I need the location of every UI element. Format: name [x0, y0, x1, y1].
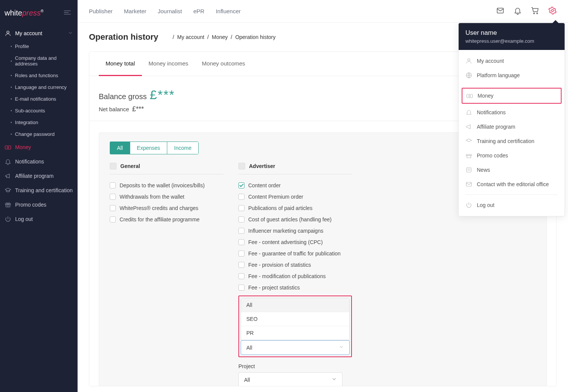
check-affiliate-credits-label: Credits for the affiliate programme: [120, 216, 199, 222]
pop-news[interactable]: News: [459, 163, 565, 177]
nav-logout[interactable]: Log out: [0, 212, 78, 226]
dropdown-option-all[interactable]: All: [241, 298, 349, 312]
sub-company[interactable]: Company data and addresses: [8, 52, 78, 70]
svg-point-5: [7, 147, 9, 149]
nav-my-account[interactable]: My account: [0, 26, 78, 40]
nav-notifications-label: Notifications: [15, 159, 44, 165]
chevron-down-icon: [331, 376, 337, 383]
subtab-outcomes[interactable]: Money outcomes: [195, 52, 252, 76]
sidebar-header: whitepress®: [0, 0, 78, 26]
sub-subaccounts[interactable]: Sub-accounts: [8, 105, 78, 117]
subtab-total[interactable]: Money total: [99, 52, 142, 76]
check-influencer[interactable]: Influencer marketing campaigns: [238, 225, 352, 236]
pop-myaccount[interactable]: My account: [459, 54, 565, 68]
nav-my-account-sub: Profile Company data and addresses Roles…: [0, 40, 78, 140]
svg-rect-8: [497, 8, 504, 13]
project-selected-label: All: [244, 377, 250, 383]
check-fee-traffic-label: Fee - guarantee of traffic for publicati…: [248, 250, 341, 257]
popover-email: whitepress.user@example.com: [465, 38, 558, 44]
user-icon: [465, 58, 472, 64]
settings-icon[interactable]: [548, 6, 557, 16]
pop-promo[interactable]: Promo codes: [459, 148, 565, 163]
check-fee-mod[interactable]: Fee - modification of publications: [238, 271, 352, 282]
pop-notifications[interactable]: Notifications: [459, 105, 565, 120]
nav-promo-label: Promo codes: [15, 202, 46, 208]
sub-roles[interactable]: Roles and functions: [8, 70, 78, 81]
pop-training[interactable]: Training and certification: [459, 134, 565, 148]
check-premium-order[interactable]: Content Premium order: [238, 191, 352, 202]
cart-icon[interactable]: [531, 6, 539, 16]
sub-profile[interactable]: Profile: [8, 40, 78, 52]
pop-money-highlighted[interactable]: Money: [462, 88, 562, 104]
check-fee-traffic[interactable]: Fee - guarantee of traffic for publicati…: [238, 248, 352, 259]
popover-header: User name whitepress.user@example.com: [459, 23, 565, 50]
check-paid-articles[interactable]: Publications of paid articles: [238, 202, 352, 214]
dropdown-select[interactable]: All: [241, 340, 350, 355]
topnav-influencer[interactable]: Influencer: [216, 4, 241, 18]
check-content-order-label: Content order: [248, 182, 281, 188]
crumb-money[interactable]: Money: [212, 34, 228, 40]
pop-contact[interactable]: Contact with the editorial office: [459, 177, 565, 191]
bell-icon[interactable]: [514, 6, 522, 16]
logo[interactable]: whitepress®: [5, 9, 44, 17]
nav-my-account-label: My account: [15, 30, 42, 36]
breadcrumb-sep: /: [173, 34, 174, 40]
svg-point-3: [7, 31, 9, 33]
graduation-icon: [465, 138, 472, 145]
checkbox-icon: [110, 194, 116, 200]
project-select[interactable]: All: [238, 372, 342, 386]
check-guest-cost[interactable]: Cost of guest articles (handling fee): [238, 214, 352, 225]
pop-money-label: Money: [478, 93, 493, 99]
nav-promo[interactable]: Promo codes: [0, 198, 78, 212]
check-fee-cpc-label: Fee - content advertising (CPC): [248, 239, 323, 245]
nav-affiliate[interactable]: Affiliate program: [0, 169, 78, 183]
pop-platform-language-label: Platform language: [477, 72, 520, 78]
crumb-current: Operation history: [235, 34, 276, 40]
crumb-myaccount[interactable]: My account: [177, 34, 204, 40]
check-fee-cpc[interactable]: Fee - content advertising (CPC): [238, 236, 352, 248]
topnav-marketer[interactable]: Marketer: [124, 4, 146, 18]
check-influencer-label: Influencer marketing campaigns: [248, 228, 323, 234]
pop-platform-language[interactable]: Platform language: [459, 68, 565, 82]
mail-icon[interactable]: [496, 6, 504, 16]
balance-gross-value: £***: [150, 87, 175, 102]
check-content-order[interactable]: Content order: [238, 180, 352, 191]
sub-changepw[interactable]: Change password: [8, 128, 78, 140]
pop-logout[interactable]: Log out: [459, 198, 565, 212]
pop-contact-label: Contact with the editorial office: [477, 181, 549, 187]
nav-notifications[interactable]: Notifications: [0, 154, 78, 169]
hamburger-icon[interactable]: [62, 7, 73, 19]
check-paid-articles-label: Publications of paid articles: [248, 205, 313, 211]
check-premium-order-label: Content Premium order: [248, 194, 303, 200]
sub-integration[interactable]: Integration: [8, 117, 78, 128]
nav-training[interactable]: Training and certification: [0, 183, 78, 198]
nav-affiliate-label: Affiliate program: [15, 173, 54, 179]
check-deposits[interactable]: Deposits to the wallet (invoices/bills): [110, 180, 223, 191]
svg-rect-27: [466, 182, 472, 187]
topnav-publisher[interactable]: Publisher: [89, 4, 113, 18]
pill-all[interactable]: All: [110, 142, 130, 154]
pill-income[interactable]: Income: [167, 142, 199, 154]
check-credits[interactable]: WhitePress® credits and charges: [110, 202, 223, 214]
pill-expenses[interactable]: Expenses: [130, 142, 167, 154]
popover-divider: [465, 194, 558, 195]
checkbox-icon: [110, 216, 116, 222]
subtab-incomes[interactable]: Money incomes: [142, 52, 195, 76]
check-fee-stats[interactable]: Fee - provision of statistics: [238, 259, 352, 271]
topnav-journalist[interactable]: Journalist: [158, 4, 182, 18]
project-label: Project: [238, 363, 352, 369]
check-affiliate-credits[interactable]: Credits for the affiliate programme: [110, 214, 223, 225]
dropdown-option-pr[interactable]: PR: [241, 326, 349, 340]
checkbox-icon: [238, 228, 244, 234]
pop-affiliate[interactable]: Affiliate program: [459, 120, 565, 134]
nav-money[interactable]: Money: [0, 140, 78, 154]
advertiser-header-checkbox[interactable]: [238, 163, 245, 170]
dropdown-option-seo[interactable]: SEO: [241, 312, 349, 326]
general-header-checkbox[interactable]: [110, 163, 117, 170]
advertiser-header-label: Advertiser: [249, 163, 275, 169]
check-withdrawals[interactable]: Withdrawals from the wallet: [110, 191, 223, 202]
sub-language[interactable]: Language and currency: [8, 81, 78, 93]
sub-email[interactable]: E-mail notifications: [8, 93, 78, 105]
topnav-epr[interactable]: ePR: [193, 4, 204, 18]
check-fee-proj-stats[interactable]: Fee - project statistics: [238, 282, 352, 293]
